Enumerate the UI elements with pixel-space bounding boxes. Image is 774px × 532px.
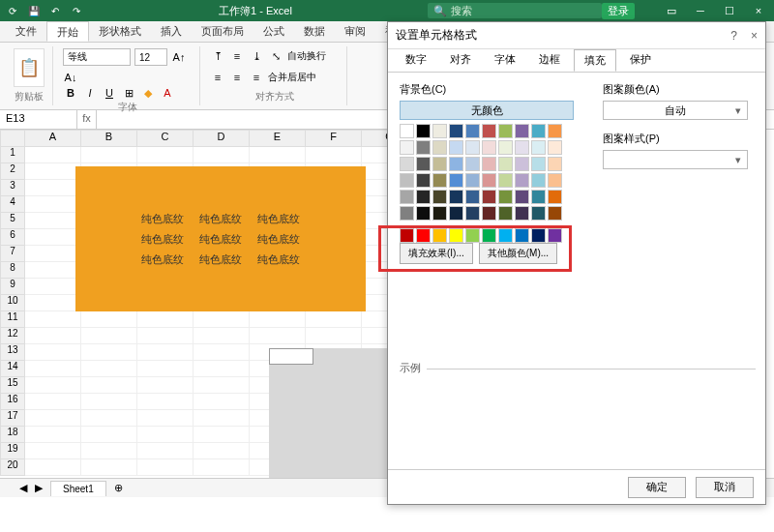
row-header[interactable]: 9 <box>0 279 25 295</box>
color-swatch[interactable] <box>465 206 480 221</box>
color-swatch[interactable] <box>482 206 496 221</box>
row-header[interactable]: 1 <box>0 147 25 163</box>
col-A[interactable]: A <box>25 130 81 147</box>
row-header[interactable]: 8 <box>0 262 25 279</box>
cell[interactable] <box>194 147 250 163</box>
color-swatch[interactable] <box>416 124 431 138</box>
color-swatch[interactable] <box>400 228 414 243</box>
color-swatch[interactable] <box>416 140 431 155</box>
color-swatch[interactable] <box>548 157 562 171</box>
tab-home[interactable]: 开始 <box>46 21 89 42</box>
color-swatch[interactable] <box>449 228 463 243</box>
color-swatch[interactable] <box>498 157 513 171</box>
tab-insert[interactable]: 插入 <box>151 21 192 42</box>
color-swatch[interactable] <box>548 206 562 221</box>
color-swatch[interactable] <box>515 228 529 243</box>
color-swatch[interactable] <box>531 228 546 243</box>
cell[interactable] <box>194 427 250 443</box>
align-center-icon[interactable]: ≡ <box>229 70 245 85</box>
tab-shape-format[interactable]: 形状格式 <box>89 21 151 42</box>
cell[interactable] <box>25 180 81 196</box>
color-swatch[interactable] <box>416 206 431 221</box>
cell[interactable] <box>25 344 81 361</box>
ribbon-options-icon[interactable]: ▭ <box>662 5 681 17</box>
color-swatch[interactable] <box>465 157 480 171</box>
color-swatch[interactable] <box>449 190 463 204</box>
font-name-combo[interactable]: 等线 <box>63 48 131 66</box>
dlg-tab-font[interactable]: 字体 <box>485 49 525 72</box>
cell[interactable] <box>137 459 194 476</box>
row-header[interactable]: 13 <box>0 344 25 361</box>
color-swatch[interactable] <box>531 190 546 204</box>
cell[interactable] <box>194 311 250 328</box>
no-color-button[interactable]: 无颜色 <box>400 101 574 120</box>
underline-icon[interactable]: U <box>102 85 117 101</box>
color-swatch[interactable] <box>432 140 447 155</box>
color-swatch[interactable] <box>548 124 562 138</box>
color-swatch[interactable] <box>432 173 447 188</box>
tab-page-layout[interactable]: 页面布局 <box>192 21 253 42</box>
color-swatch[interactable] <box>498 206 513 221</box>
border-icon[interactable]: ⊞ <box>121 85 136 101</box>
color-swatch[interactable] <box>449 140 463 155</box>
cell[interactable] <box>306 311 362 328</box>
cell[interactable] <box>194 377 250 394</box>
color-swatch[interactable] <box>400 157 414 171</box>
active-cell[interactable] <box>269 348 313 365</box>
col-B[interactable]: B <box>81 130 137 147</box>
cell[interactable] <box>81 427 137 443</box>
row-header[interactable]: 6 <box>0 229 25 246</box>
cell[interactable] <box>25 229 81 246</box>
cell[interactable] <box>81 311 137 328</box>
row-header[interactable]: 10 <box>0 295 25 311</box>
color-swatch[interactable] <box>531 173 546 188</box>
row-header[interactable]: 4 <box>0 196 25 213</box>
cell[interactable] <box>306 147 362 163</box>
orange-filled-range[interactable]: 纯色底纹纯色底纹纯色底纹 纯色底纹纯色底纹纯色底纹 纯色底纹纯色底纹纯色底纹 <box>75 166 366 311</box>
color-swatch[interactable] <box>400 173 414 188</box>
merge-center-button[interactable]: 合并后居中 <box>268 71 316 84</box>
cell[interactable] <box>137 147 194 163</box>
cell[interactable] <box>25 377 81 394</box>
cell[interactable] <box>137 344 194 361</box>
cell[interactable] <box>250 311 306 328</box>
color-swatch[interactable] <box>548 228 562 243</box>
color-swatch[interactable] <box>548 173 562 188</box>
cell[interactable] <box>25 196 81 213</box>
color-swatch[interactable] <box>465 228 480 243</box>
selected-range[interactable] <box>269 348 404 493</box>
cell[interactable] <box>194 361 250 377</box>
color-swatch[interactable] <box>531 206 546 221</box>
color-swatch[interactable] <box>498 228 513 243</box>
row-header[interactable]: 19 <box>0 443 25 459</box>
color-swatch[interactable] <box>482 140 496 155</box>
row-header[interactable]: 11 <box>0 311 25 328</box>
dlg-tab-number[interactable]: 数字 <box>396 49 436 72</box>
color-swatch[interactable] <box>416 228 431 243</box>
color-swatch[interactable] <box>432 157 447 171</box>
pattern-color-combo[interactable]: 自动 <box>603 101 748 120</box>
align-middle-icon[interactable]: ≡ <box>229 48 245 64</box>
cell[interactable] <box>25 410 81 427</box>
cell[interactable] <box>25 279 81 295</box>
color-swatch[interactable] <box>432 206 447 221</box>
tab-file[interactable]: 文件 <box>6 21 46 42</box>
align-top-icon[interactable]: ⤒ <box>210 48 225 64</box>
search-box[interactable]: 🔍 搜索 <box>428 3 602 18</box>
cell[interactable] <box>194 410 250 427</box>
color-swatch[interactable] <box>432 228 447 243</box>
tab-formulas[interactable]: 公式 <box>253 21 294 42</box>
cell[interactable] <box>25 246 81 262</box>
cell[interactable] <box>81 344 137 361</box>
cell[interactable] <box>81 377 137 394</box>
italic-icon[interactable]: I <box>82 85 98 101</box>
cell[interactable] <box>250 328 306 344</box>
align-right-icon[interactable]: ≡ <box>249 70 264 85</box>
color-swatch[interactable] <box>482 173 496 188</box>
color-swatch[interactable] <box>498 140 513 155</box>
color-swatch[interactable] <box>465 140 480 155</box>
undo-icon[interactable]: ↶ <box>48 4 62 17</box>
cancel-button[interactable]: 取消 <box>696 477 754 498</box>
row-header[interactable]: 5 <box>0 213 25 229</box>
color-swatch[interactable] <box>432 124 447 138</box>
